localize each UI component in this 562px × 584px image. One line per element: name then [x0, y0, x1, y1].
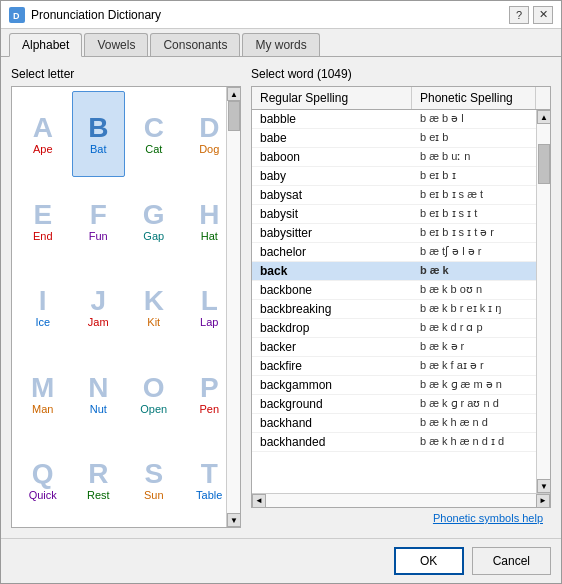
- letter-cell-n[interactable]: NNut: [72, 352, 126, 436]
- table-row[interactable]: babbleb æ b ə l: [252, 110, 536, 129]
- cell-phonetic: b æ k ɡ r aʊ n d: [412, 395, 536, 413]
- horiz-scroll: ◄ ►: [252, 493, 550, 507]
- word-scroll-thumb[interactable]: [538, 144, 550, 184]
- table-row[interactable]: babyb eɪ b ɪ: [252, 167, 536, 186]
- col-regular-header: Regular Spelling: [252, 87, 412, 109]
- cell-regular: back: [252, 262, 412, 280]
- letter-big-n: N: [88, 374, 108, 402]
- letter-cell-r[interactable]: RRest: [72, 439, 126, 523]
- cell-phonetic: b æ k b r eɪ k ɪ ŋ: [412, 300, 536, 318]
- scroll-up-arrow[interactable]: ▲: [227, 87, 241, 101]
- letter-word-i: Ice: [35, 316, 50, 328]
- table-row[interactable]: bachelorb æ tʃ ə l ə r: [252, 243, 536, 262]
- cell-regular: babble: [252, 110, 412, 128]
- letter-cell-a[interactable]: AApe: [16, 91, 70, 177]
- letter-cell-c[interactable]: CCat: [127, 91, 181, 177]
- footer: OK Cancel: [1, 538, 561, 583]
- scroll-thumb[interactable]: [228, 101, 240, 131]
- horiz-right-arrow[interactable]: ►: [536, 494, 550, 508]
- letter-cell-b[interactable]: BBat: [72, 91, 126, 177]
- table-row[interactable]: babysatb eɪ b ɪ s æ t: [252, 186, 536, 205]
- letter-cell-q[interactable]: QQuick: [16, 439, 70, 523]
- select-word-label: Select word (1049): [251, 67, 551, 81]
- letter-word-c: Cat: [145, 143, 162, 155]
- letter-big-e: E: [33, 201, 52, 229]
- word-scroll-up[interactable]: ▲: [537, 110, 550, 124]
- letter-word-q: Quick: [29, 489, 57, 501]
- letter-word-b: Bat: [90, 143, 107, 155]
- table-row[interactable]: backfireb æ k f aɪ ə r: [252, 357, 536, 376]
- letter-big-g: G: [143, 201, 165, 229]
- tab-alphabet[interactable]: Alphabet: [9, 33, 82, 57]
- letter-word-d: Dog: [199, 143, 219, 155]
- letter-word-k: Kit: [147, 316, 160, 328]
- table-row[interactable]: babysitb eɪ b ɪ s ɪ t: [252, 205, 536, 224]
- table-row[interactable]: backgammonb æ k ɡ æ m ə n: [252, 376, 536, 395]
- table-row[interactable]: backdropb æ k d r ɑ p: [252, 319, 536, 338]
- letter-word-j: Jam: [88, 316, 109, 328]
- letter-cell-s[interactable]: SSun: [127, 439, 181, 523]
- cell-phonetic: b æ k h æ n d ɪ d: [412, 433, 536, 451]
- cell-phonetic: b æ b ə l: [412, 110, 536, 128]
- table-row[interactable]: backhandb æ k h æ n d: [252, 414, 536, 433]
- close-button[interactable]: ✕: [533, 6, 553, 24]
- letter-cell-o[interactable]: OOpen: [127, 352, 181, 436]
- word-scroll-down[interactable]: ▼: [537, 479, 550, 493]
- table-row[interactable]: backhandedb æ k h æ n d ɪ d: [252, 433, 536, 452]
- letter-word-a: Ape: [33, 143, 53, 155]
- cell-regular: babysat: [252, 186, 412, 204]
- letter-big-o: O: [143, 374, 165, 402]
- letter-cell-g[interactable]: GGap: [127, 179, 181, 263]
- letter-cell-i[interactable]: IIce: [16, 266, 70, 350]
- table-row[interactable]: baboonb æ b uː n: [252, 148, 536, 167]
- cell-phonetic: b eɪ b ɪ s ɪ t ə r: [412, 224, 536, 242]
- help-button[interactable]: ?: [509, 6, 529, 24]
- cell-phonetic: b æ k h æ n d: [412, 414, 536, 432]
- letter-cell-m[interactable]: MMan: [16, 352, 70, 436]
- letter-big-f: F: [90, 201, 107, 229]
- letter-big-m: M: [31, 374, 54, 402]
- letter-big-j: J: [90, 287, 106, 315]
- cell-regular: babysit: [252, 205, 412, 223]
- select-letter-label: Select letter: [11, 67, 241, 81]
- letter-big-p: P: [200, 374, 219, 402]
- scroll-down-arrow[interactable]: ▼: [227, 513, 241, 527]
- letter-cell-f[interactable]: FFun: [72, 179, 126, 263]
- letter-big-h: H: [199, 201, 219, 229]
- letter-cell-k[interactable]: KKit: [127, 266, 181, 350]
- phonetic-help-link[interactable]: Phonetic symbols help: [251, 508, 551, 528]
- tab-consonants[interactable]: Consonants: [150, 33, 240, 56]
- window-icon: D: [9, 7, 25, 23]
- horiz-left-arrow[interactable]: ◄: [252, 494, 266, 508]
- table-row[interactable]: backboneb æ k b oʊ n: [252, 281, 536, 300]
- tab-mywords[interactable]: My words: [242, 33, 319, 56]
- table-row[interactable]: backgroundb æ k ɡ r aʊ n d: [252, 395, 536, 414]
- letter-word-n: Nut: [90, 403, 107, 415]
- letter-big-r: R: [88, 460, 108, 488]
- letter-word-g: Gap: [143, 230, 164, 242]
- letter-cell-j[interactable]: JJam: [72, 266, 126, 350]
- alphabet-scrollbar: ▲ ▼: [226, 87, 240, 527]
- cell-regular: backbreaking: [252, 300, 412, 318]
- table-row[interactable]: backerb æ k ə r: [252, 338, 536, 357]
- letter-word-t: Table: [196, 489, 222, 501]
- cell-regular: backgammon: [252, 376, 412, 394]
- cell-regular: backdrop: [252, 319, 412, 337]
- cell-phonetic: b eɪ b ɪ s ɪ t: [412, 205, 536, 223]
- letter-big-q: Q: [32, 460, 54, 488]
- letter-big-t: T: [201, 460, 218, 488]
- letter-word-f: Fun: [89, 230, 108, 242]
- table-row[interactable]: babysitterb eɪ b ɪ s ɪ t ə r: [252, 224, 536, 243]
- table-row[interactable]: babeb eɪ b: [252, 129, 536, 148]
- cancel-button[interactable]: Cancel: [472, 547, 551, 575]
- tab-vowels[interactable]: Vowels: [84, 33, 148, 56]
- cell-phonetic: b æ k f aɪ ə r: [412, 357, 536, 375]
- table-row[interactable]: backbreakingb æ k b r eɪ k ɪ ŋ: [252, 300, 536, 319]
- horiz-track: [266, 494, 536, 508]
- letter-big-s: S: [144, 460, 163, 488]
- ok-button[interactable]: OK: [394, 547, 464, 575]
- cell-phonetic: b æ k d r ɑ p: [412, 319, 536, 337]
- table-row[interactable]: backb æ k: [252, 262, 536, 281]
- letter-big-c: C: [144, 114, 164, 142]
- letter-cell-e[interactable]: EEnd: [16, 179, 70, 263]
